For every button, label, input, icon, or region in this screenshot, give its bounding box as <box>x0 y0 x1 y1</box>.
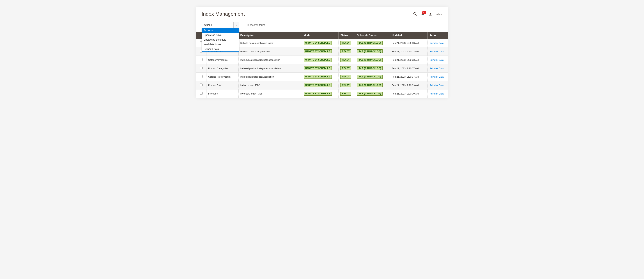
status-badge: READY <box>340 92 351 96</box>
page-title: Index Management <box>202 11 245 17</box>
row-mode: UPDATE BY SCHEDULE <box>302 72 338 81</box>
row-updated: Feb 21, 2023, 2:20:03 AM <box>390 47 428 56</box>
schedule-status-badge: IDLE (0 IN BACKLOG) <box>357 75 382 79</box>
row-mode: UPDATE BY SCHEDULE <box>302 47 338 56</box>
schedule-status-badge: IDLE (0 IN BACKLOG) <box>357 83 382 87</box>
col-header-updated[interactable]: Updated <box>390 32 428 39</box>
reindex-link[interactable]: Reindex Data <box>430 67 444 70</box>
row-action: Reindex Data <box>428 72 448 81</box>
reindex-link[interactable]: Reindex Data <box>430 84 444 86</box>
page-header: Index Management 11 admin <box>196 7 448 19</box>
row-action: Reindex Data <box>428 56 448 64</box>
reindex-link[interactable]: Reindex Data <box>430 58 444 61</box>
col-header-status[interactable]: Status <box>338 32 355 39</box>
col-header-action[interactable]: Action <box>428 32 448 39</box>
row-checkbox[interactable] <box>200 84 202 86</box>
schedule-status-badge: IDLE (0 IN BACKLOG) <box>357 66 382 70</box>
row-checkbox-cell <box>196 56 206 64</box>
toolbar: Actions Actions Update on Save Update by… <box>196 19 448 32</box>
row-description: Inventory index (MSI) <box>238 90 302 98</box>
mode-badge: UPDATE BY SCHEDULE <box>304 92 332 96</box>
row-updated: Feb 21, 2023, 2:20:03 AM <box>390 56 428 64</box>
row-schedule-status: IDLE (0 IN BACKLOG) <box>355 72 390 81</box>
page-container: Index Management 11 admin Actions Action… <box>196 7 448 98</box>
row-description: Rebuild design config grid index <box>238 39 302 47</box>
row-action: Reindex Data <box>428 64 448 72</box>
row-status: READY <box>338 90 355 98</box>
row-indexer: Product EAV <box>206 81 238 90</box>
status-badge: READY <box>340 58 351 62</box>
mode-badge: UPDATE BY SCHEDULE <box>304 50 332 53</box>
reindex-link[interactable]: Reindex Data <box>430 42 444 44</box>
row-checkbox[interactable] <box>200 67 202 69</box>
actions-dropdown-item[interactable]: Update by Schedule <box>202 37 239 42</box>
row-schedule-status: IDLE (0 IN BACKLOG) <box>355 64 390 72</box>
reindex-link[interactable]: Reindex Data <box>430 76 444 78</box>
row-mode: UPDATE BY SCHEDULE <box>302 64 338 72</box>
row-schedule-status: IDLE (0 IN BACKLOG) <box>355 56 390 64</box>
mode-badge: UPDATE BY SCHEDULE <box>304 66 332 70</box>
row-action: Reindex Data <box>428 81 448 90</box>
row-indexer: Product Categories <box>206 64 238 72</box>
col-header-description[interactable]: Description <box>238 32 302 39</box>
actions-select: Actions Actions Update on Save Update by… <box>202 22 239 28</box>
bell-icon[interactable]: 11 <box>421 12 424 16</box>
row-status: READY <box>338 64 355 72</box>
row-checkbox[interactable] <box>200 58 202 61</box>
row-updated: Feb 21, 2023, 2:20:09 AM <box>390 90 428 98</box>
header-actions: 11 admin <box>413 12 442 16</box>
status-badge: READY <box>340 66 351 70</box>
row-mode: UPDATE BY SCHEDULE <box>302 81 338 90</box>
user-icon[interactable] <box>428 12 432 16</box>
schedule-status-badge: IDLE (0 IN BACKLOG) <box>357 41 382 45</box>
actions-select-trigger[interactable]: Actions <box>202 22 239 28</box>
row-indexer: Catalog Rule Product <box>206 72 238 81</box>
row-checkbox-cell <box>196 72 206 81</box>
row-indexer: Category Products <box>206 56 238 64</box>
row-checkbox[interactable] <box>200 92 202 95</box>
actions-dropdown-header: Actions <box>202 28 239 33</box>
status-badge: READY <box>340 41 351 45</box>
table-row: InventoryInventory index (MSI)UPDATE BY … <box>196 90 448 98</box>
row-status: READY <box>338 56 355 64</box>
row-action: Reindex Data <box>428 39 448 47</box>
row-updated: Feb 21, 2023, 2:20:09 AM <box>390 81 428 90</box>
col-header-mode[interactable]: Mode <box>302 32 338 39</box>
row-mode: UPDATE BY SCHEDULE <box>302 56 338 64</box>
username-label[interactable]: admin <box>436 13 442 16</box>
row-description: Indexed category/products association <box>238 56 302 64</box>
mode-badge: UPDATE BY SCHEDULE <box>304 75 332 79</box>
row-action: Reindex Data <box>428 47 448 56</box>
col-header-schedule-status[interactable]: Schedule Status <box>355 32 390 39</box>
actions-select-label: Actions <box>204 24 212 26</box>
table-row: Product EAVIndex product EAVUPDATE BY SC… <box>196 81 448 90</box>
schedule-status-badge: IDLE (0 IN BACKLOG) <box>357 58 382 62</box>
actions-dropdown-item[interactable]: Update on Save <box>202 33 239 37</box>
row-checkbox-cell <box>196 64 206 72</box>
row-indexer: Inventory <box>206 90 238 98</box>
chevron-down-icon <box>234 22 239 28</box>
search-icon[interactable] <box>413 12 417 16</box>
table-row: Product CategoriesIndexed product/catego… <box>196 64 448 72</box>
row-updated: Feb 21, 2023, 2:20:07 AM <box>390 64 428 72</box>
actions-dropdown-item[interactable]: Invalidate index <box>202 42 239 47</box>
row-checkbox[interactable] <box>200 75 202 78</box>
table-row: Catalog Rule ProductIndexed rule/product… <box>196 72 448 81</box>
actions-dropdown: Actions Update on Save Update by Schedul… <box>202 28 239 52</box>
row-mode: UPDATE BY SCHEDULE <box>302 90 338 98</box>
reindex-link[interactable]: Reindex Data <box>430 50 444 53</box>
row-status: READY <box>338 72 355 81</box>
schedule-status-badge: IDLE (0 IN BACKLOG) <box>357 92 382 96</box>
status-badge: READY <box>340 75 351 79</box>
row-description: Indexed product/categories association <box>238 64 302 72</box>
actions-dropdown-item[interactable]: Reindex Data <box>202 47 239 52</box>
row-description: Index product EAV <box>238 81 302 90</box>
row-schedule-status: IDLE (0 IN BACKLOG) <box>355 47 390 56</box>
row-status: READY <box>338 47 355 56</box>
svg-line-1 <box>416 14 416 16</box>
row-mode: UPDATE BY SCHEDULE <box>302 39 338 47</box>
status-badge: READY <box>340 50 351 53</box>
status-badge: READY <box>340 83 351 87</box>
row-schedule-status: IDLE (0 IN BACKLOG) <box>355 39 390 47</box>
reindex-link[interactable]: Reindex Data <box>430 92 444 95</box>
